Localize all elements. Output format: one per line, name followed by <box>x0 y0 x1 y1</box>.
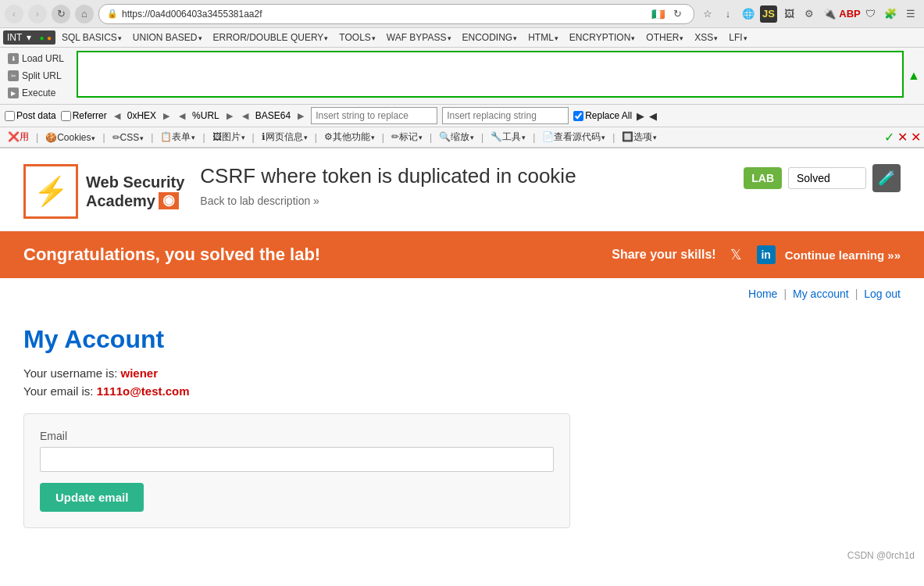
replace-all-checkbox[interactable]: Replace All <box>573 110 632 121</box>
lock-icon: 🔒 <box>107 9 118 19</box>
twitter-icon[interactable]: 𝕏 <box>726 244 747 266</box>
logo-text: Web Security Academy ◉ <box>86 173 184 210</box>
image-icon[interactable]: 🖼 <box>780 5 797 23</box>
adblock-icon[interactable]: ABP <box>841 5 858 23</box>
cross-tool[interactable]: ❌用 <box>3 129 34 145</box>
browser-topbar: ‹ › ↻ ⌂ 🔒 https://0a4d006403a3455381aa2f… <box>0 0 924 28</box>
back-button[interactable]: ‹ <box>5 5 23 23</box>
logo-web-security-text: Web Security <box>86 173 184 191</box>
sql-basics-menu[interactable]: SQL BASICS <box>57 30 127 45</box>
shield-icon[interactable]: 🛡 <box>862 5 879 23</box>
encryption-menu[interactable]: ENCRYPTION <box>565 30 640 45</box>
options-tool[interactable]: 🔲选项 <box>617 129 662 145</box>
sep9: | <box>480 132 485 143</box>
other-menu[interactable]: OTHER <box>641 30 688 45</box>
hackbar-menu-row: INT ▾ ● ● SQL BASICS UNION BASED ERROR/D… <box>0 28 924 48</box>
status-x-icon: ✕ <box>897 130 908 145</box>
globe-icon[interactable]: 🌐 <box>740 5 757 23</box>
sep5: | <box>251 132 256 143</box>
hex-left-arrow-3[interactable]: ◀ <box>240 110 251 122</box>
html-menu[interactable]: HTML <box>523 30 563 45</box>
hackbar-url-input[interactable] <box>77 51 904 98</box>
lab-status-input[interactable] <box>788 167 866 189</box>
execute-button[interactable]: ▶ Execute <box>3 85 73 101</box>
hex-0x-label: 0xHEX <box>127 110 156 121</box>
form-tool[interactable]: 📋表单 <box>155 129 200 145</box>
sep4: | <box>201 132 206 143</box>
status-check-icon: ✓ <box>884 130 894 145</box>
log-out-link[interactable]: Log out <box>864 288 901 300</box>
linkedin-icon[interactable]: in <box>757 245 776 264</box>
replace-arrow-left[interactable]: ◀ <box>649 110 657 122</box>
logo-academy-text: Academy <box>86 191 155 210</box>
puzzle-icon[interactable]: 🧩 <box>882 5 899 23</box>
sep6: | <box>313 132 319 143</box>
email-field[interactable] <box>40 447 554 472</box>
other-tool[interactable]: ⚙其他功能 <box>319 129 380 145</box>
zoom-tool[interactable]: 🔍缩放 <box>434 129 479 145</box>
insert-string-input[interactable] <box>311 107 437 124</box>
extension-icon[interactable]: 🔌 <box>821 5 838 23</box>
hackbar-expand-button[interactable]: ▲ <box>907 51 921 101</box>
hackbar-toolbar: ❌用 | 🍪Cookies | ✏CSS | 📋表单 | 🖼图片 | ℹ网页信息… <box>0 127 924 148</box>
insert-replacing-input[interactable] <box>442 107 569 124</box>
error-double-query-menu[interactable]: ERROR/DOUBLE QUERY <box>209 30 334 45</box>
css-tool[interactable]: ✏CSS <box>108 130 149 145</box>
encoding-menu[interactable]: ENCODING <box>458 30 523 45</box>
hackbar-url-area: ⬇ Load URL ✂ Split URL ▶ Execute ▲ <box>0 48 924 105</box>
hex-right-arrow-2[interactable]: ▶ <box>224 110 235 122</box>
forward-button[interactable]: › <box>28 5 47 23</box>
split-url-button[interactable]: ✂ Split URL <box>3 68 73 84</box>
load-url-button[interactable]: ⬇ Load URL <box>3 51 73 66</box>
lab-badge-area: LAB 🧪 <box>744 164 901 192</box>
base64-label: BASE64 <box>255 110 291 121</box>
page-footer: CSDN @0rch1d <box>0 544 924 567</box>
username-label: Your username is: <box>23 366 121 380</box>
hex-left-arrow-2[interactable]: ◀ <box>177 110 187 122</box>
sep2: | <box>101 132 106 143</box>
lab-title: CSRF where token is duplicated in cookie <box>200 164 728 188</box>
hex-right-arrow-3[interactable]: ▶ <box>295 110 306 122</box>
bookmark-icon[interactable]: ☆ <box>699 5 716 23</box>
post-data-checkbox[interactable]: Post data <box>5 110 56 121</box>
pageinfo-tool[interactable]: ℹ网页信息 <box>257 129 312 145</box>
hex-left-arrow-1[interactable]: ◀ <box>112 110 123 122</box>
mark-tool[interactable]: ✏标记 <box>387 129 427 145</box>
js-icon[interactable]: JS <box>760 5 777 23</box>
email-field-label: Email <box>40 430 554 442</box>
logo-bolt-icon: ⚡ <box>34 175 69 208</box>
reload-button[interactable]: ↻ <box>52 5 70 23</box>
image-tool[interactable]: 🖼图片 <box>208 129 250 145</box>
tools-tool[interactable]: 🔧工具 <box>486 129 530 145</box>
tools-menu[interactable]: TOOLS <box>334 30 380 45</box>
lfi-menu[interactable]: LFI <box>724 30 751 45</box>
my-account-link[interactable]: My account <box>793 288 849 300</box>
account-title: My Account <box>23 325 901 354</box>
source-tool[interactable]: 📄查看源代码 <box>537 129 610 145</box>
refresh-icon[interactable]: ↻ <box>669 5 686 23</box>
xss-menu[interactable]: XSS <box>690 30 722 45</box>
cookies-tool[interactable]: 🍪Cookies <box>41 130 100 145</box>
home-button[interactable]: ⌂ <box>75 5 94 23</box>
address-bar[interactable]: 🔒 https://0a4d006403a3455381aa2f 🇮🇪 ↻ <box>98 4 694 24</box>
replace-arrow-right[interactable]: ▶ <box>637 110 644 122</box>
hex-right-arrow-1[interactable]: ▶ <box>161 110 172 122</box>
sep7: | <box>380 132 386 143</box>
settings-icon[interactable]: ⚙ <box>801 5 818 23</box>
back-to-lab-link[interactable]: Back to lab description <box>200 195 319 207</box>
lab-flask-button[interactable]: 🧪 <box>872 164 901 192</box>
email-form: Email Update email <box>23 413 570 528</box>
menu-icon[interactable]: ☰ <box>902 5 919 23</box>
referrer-checkbox[interactable]: Referrer <box>61 110 107 121</box>
union-based-menu[interactable]: UNION BASED <box>128 30 207 45</box>
continue-learning-link[interactable]: Continue learning <box>785 248 901 262</box>
share-section: Share your skills! 𝕏 in Continue learnin… <box>612 244 901 266</box>
update-email-button[interactable]: Update email <box>40 483 144 512</box>
account-content: My Account Your username is: wiener Your… <box>0 309 924 544</box>
download-icon[interactable]: ↓ <box>719 5 737 23</box>
waf-bypass-menu[interactable]: WAF BYPASS <box>382 30 456 45</box>
browser-toolbar-icons: ☆ ↓ 🌐 JS 🖼 ⚙ 🔌 ABP 🛡 🧩 ☰ <box>699 5 919 23</box>
home-link[interactable]: Home <box>748 288 777 300</box>
sep3: | <box>149 132 155 143</box>
int-badge[interactable]: INT ▾ ● ● <box>3 30 55 45</box>
